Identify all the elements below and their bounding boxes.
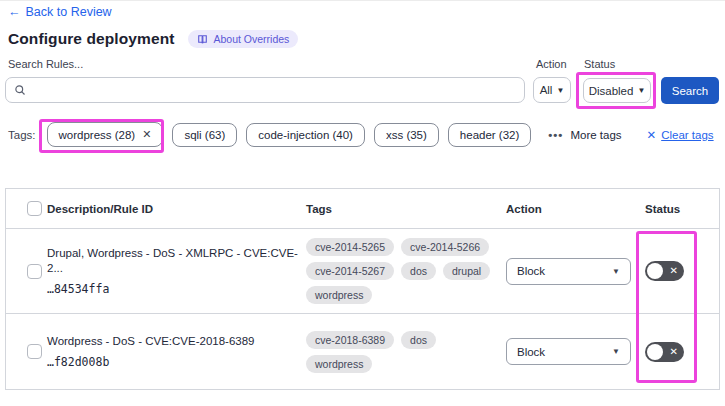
search-button[interactable]: Search (661, 77, 719, 104)
row-checkbox[interactable] (27, 344, 42, 359)
tag-filter-label: code-injection (40) (258, 129, 353, 141)
status-toggle-off[interactable]: ✕ (645, 342, 684, 362)
toggle-knob (647, 263, 663, 279)
row-checkbox[interactable] (27, 264, 42, 279)
book-icon (197, 34, 208, 45)
table-header-row: Description/Rule ID Tags Action Status (6, 189, 719, 229)
more-tags-label: More tags (570, 129, 621, 141)
chevron-down-icon: ▼ (637, 86, 645, 95)
rule-tag: wordpress (306, 355, 372, 373)
rule-status-cell: ✕ (641, 342, 719, 362)
tag-filter-label: header (32) (460, 129, 519, 141)
rule-tag: cve-2014-5267 (306, 262, 394, 280)
select-all-checkbox[interactable] (27, 201, 42, 216)
tag-filter-label: xss (35) (386, 129, 427, 141)
back-arrow-icon: ← (8, 5, 21, 19)
rule-description-cell: Wordpress - DoS - CVE:CVE-2018-6389 …f82… (47, 334, 306, 369)
back-link-label: Back to Review (26, 5, 112, 19)
rule-tag: dos (401, 262, 436, 280)
clear-tags-button[interactable]: ✕ Clear tags (647, 128, 714, 142)
rule-tag: drupal (443, 262, 490, 280)
toggle-knob (647, 344, 663, 360)
tags-filter-bar: Tags: wordpress (28) ✕ sqli (63) code-in… (8, 122, 720, 147)
status-toggle-off[interactable]: ✕ (645, 261, 684, 281)
status-label: Status (584, 58, 615, 70)
rule-status-cell: ✕ (641, 261, 719, 281)
search-rules-input[interactable] (32, 83, 516, 97)
chevron-down-icon: ▼ (556, 86, 564, 95)
back-to-review-link[interactable]: ← Back to Review (8, 5, 112, 19)
action-select-value: Block (517, 265, 545, 277)
page-header: Configure deployment About Overrides (8, 30, 298, 48)
rule-tag: dos (401, 331, 436, 349)
page-title: Configure deployment (8, 30, 174, 48)
table-row: Drupal, Wordpress - DoS - XMLRPC - CVE:C… (6, 229, 719, 314)
tag-filter-header[interactable]: header (32) (448, 123, 531, 147)
tag-filter-xss[interactable]: xss (35) (374, 123, 439, 147)
rule-id: …84534ffa (47, 282, 306, 296)
action-dropdown-value: All (540, 84, 553, 96)
rule-description-cell: Drupal, Wordpress - DoS - XMLRPC - CVE:C… (47, 246, 306, 296)
rule-tags-cell: cve-2014-5265 cve-2014-5266 cve-2014-526… (306, 238, 506, 304)
rule-action-cell: Block ▼ (506, 338, 641, 365)
tags-label: Tags: (8, 129, 36, 141)
rule-tag: cve-2014-5265 (306, 238, 394, 256)
action-dropdown[interactable]: All ▼ (533, 77, 571, 103)
toggle-off-x-icon: ✕ (670, 346, 678, 356)
column-header-tags: Tags (306, 203, 506, 215)
search-rules-box (5, 77, 525, 103)
rule-tag: wordpress (306, 286, 372, 304)
tag-filter-label: wordpress (28) (59, 129, 136, 141)
rule-description: Wordpress - DoS - CVE:CVE-2018-6389 (47, 334, 306, 348)
tag-filter-wordpress[interactable]: wordpress (28) ✕ (47, 122, 164, 147)
rule-tag: cve-2018-6389 (306, 331, 394, 349)
tag-filter-code-injection[interactable]: code-injection (40) (246, 123, 365, 147)
clear-tags-label: Clear tags (661, 129, 713, 141)
rule-tag: cve-2014-5266 (401, 238, 489, 256)
tag-filter-label: sqli (63) (184, 129, 225, 141)
toggle-off-x-icon: ✕ (670, 266, 678, 276)
configure-deployment-page: ← Back to Review Configure deployment Ab… (0, 0, 725, 406)
rule-tags-cell: cve-2018-6389 dos wordpress (306, 331, 506, 373)
column-header-description: Description/Rule ID (47, 203, 306, 215)
rule-id: …f82d008b (47, 355, 306, 369)
search-icon (14, 84, 26, 96)
action-select-value: Block (517, 346, 545, 358)
rule-action-cell: Block ▼ (506, 258, 641, 285)
about-overrides-badge[interactable]: About Overrides (188, 30, 298, 48)
status-dropdown-value: Disabled (589, 85, 634, 97)
chevron-down-icon: ▼ (612, 347, 620, 356)
action-select[interactable]: Block ▼ (506, 258, 631, 285)
rules-table: Description/Rule ID Tags Action Status D… (5, 188, 720, 390)
search-rules-label: Search Rules... (8, 58, 83, 70)
ellipsis-icon: ••• (548, 129, 563, 141)
about-overrides-label: About Overrides (213, 33, 289, 45)
action-select[interactable]: Block ▼ (506, 338, 631, 365)
chevron-down-icon: ▼ (612, 267, 620, 276)
clear-x-icon: ✕ (647, 128, 657, 142)
rule-description: Drupal, Wordpress - DoS - XMLRPC - CVE:C… (47, 246, 306, 275)
table-row: Wordpress - DoS - CVE:CVE-2018-6389 …f82… (6, 314, 719, 389)
top-divider (0, 0, 725, 1)
more-tags-button[interactable]: ••• More tags (548, 129, 621, 141)
status-dropdown[interactable]: Disabled ▼ (583, 78, 651, 103)
remove-tag-icon[interactable]: ✕ (142, 128, 151, 141)
column-header-action: Action (506, 203, 641, 215)
action-label: Action (536, 58, 567, 70)
column-header-status: Status (641, 203, 719, 215)
tag-filter-sqli[interactable]: sqli (63) (172, 123, 237, 147)
